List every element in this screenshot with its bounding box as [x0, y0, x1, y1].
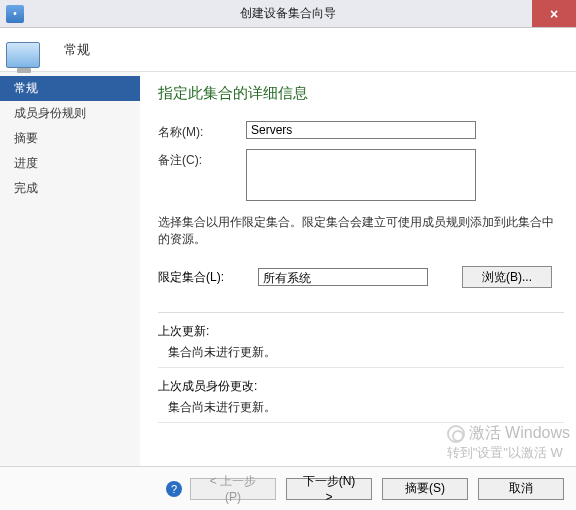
separator [158, 422, 564, 423]
separator [158, 312, 564, 313]
next-button[interactable]: 下一步(N) > [286, 478, 372, 500]
wizard-footer: ? < 上一步(P) 下一步(N) > 摘要(S) 取消 [0, 466, 576, 510]
last-update-group: 上次更新: 集合尚未进行更新。 [158, 323, 564, 367]
sidebar-item-label: 摘要 [14, 131, 38, 145]
previous-button[interactable]: < 上一步(P) [190, 478, 276, 500]
name-row: 名称(M): [158, 121, 564, 141]
name-label: 名称(M): [158, 121, 246, 141]
separator [158, 367, 564, 368]
browse-button[interactable]: 浏览(B)... [462, 266, 552, 288]
page-heading: 指定此集合的详细信息 [158, 84, 564, 103]
last-change-body: 集合尚未进行更新。 [158, 397, 564, 422]
help-icon[interactable]: ? [166, 481, 182, 497]
sidebar-item-summary[interactable]: 摘要 [0, 126, 140, 151]
content-area: 常规 成员身份规则 摘要 进度 完成 指定此集合的详细信息 名称(M): 备注(… [0, 72, 576, 466]
name-input[interactable] [246, 121, 476, 139]
instruction-text: 选择集合以用作限定集合。限定集合会建立可使用成员规则添加到此集合中的资源。 [158, 214, 564, 248]
limiting-collection-display: 所有系统 [258, 268, 428, 286]
sidebar-item-label: 进度 [14, 156, 38, 170]
sidebar-item-general[interactable]: 常规 [0, 76, 140, 101]
wizard-banner: 常规 [0, 28, 576, 72]
sidebar-item-label: 常规 [14, 81, 38, 95]
sidebar-item-completion[interactable]: 完成 [0, 176, 140, 201]
computer-icon [6, 32, 46, 68]
main-panel: 指定此集合的详细信息 名称(M): 备注(C): 选择集合以用作限定集合。限定集… [140, 72, 576, 466]
summary-button[interactable]: 摘要(S) [382, 478, 468, 500]
wizard-steps-sidebar: 常规 成员身份规则 摘要 进度 完成 [0, 72, 140, 466]
last-change-title: 上次成员身份更改: [158, 378, 564, 395]
limiting-collection-label: 限定集合(L): [158, 269, 246, 286]
banner-title: 常规 [64, 41, 90, 59]
last-update-body: 集合尚未进行更新。 [158, 342, 564, 367]
comment-label: 备注(C): [158, 149, 246, 169]
sidebar-item-membership-rules[interactable]: 成员身份规则 [0, 101, 140, 126]
sidebar-item-progress[interactable]: 进度 [0, 151, 140, 176]
sidebar-item-label: 成员身份规则 [14, 106, 86, 120]
comment-row: 备注(C): [158, 149, 564, 204]
cancel-button[interactable]: 取消 [478, 478, 564, 500]
last-change-group: 上次成员身份更改: 集合尚未进行更新。 [158, 378, 564, 422]
sidebar-item-label: 完成 [14, 181, 38, 195]
limiting-collection-row: 限定集合(L): 所有系统 浏览(B)... [158, 266, 564, 288]
window-title: 创建设备集合向导 [0, 5, 576, 22]
comment-textarea[interactable] [246, 149, 476, 201]
title-bar: • 创建设备集合向导 × [0, 0, 576, 28]
last-update-title: 上次更新: [158, 323, 564, 340]
